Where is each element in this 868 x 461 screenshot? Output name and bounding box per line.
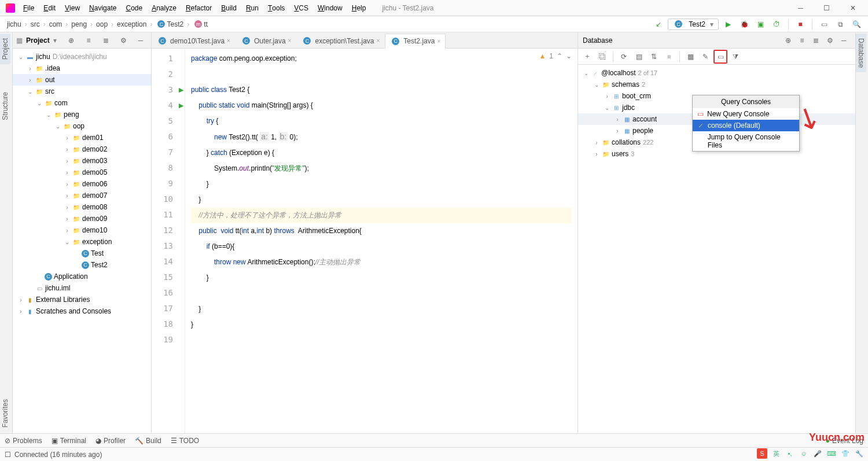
tree-item-src[interactable]: ⌄📁src (13, 86, 151, 97)
right-tab-database[interactable]: Database (856, 34, 866, 72)
tab-close-icon[interactable]: × (288, 38, 292, 44)
menu-code[interactable]: Code (121, 4, 147, 12)
popup-item-console-default-[interactable]: ⟋console (Default) (693, 120, 799, 131)
left-tab-structure[interactable]: Structure (0, 87, 10, 125)
breadcrumb-src[interactable]: src (28, 20, 42, 28)
close-button[interactable]: ✕ (840, 0, 866, 16)
breadcrumb-oop[interactable]: oop (94, 20, 110, 28)
db-collapse-button[interactable]: ≣ (809, 34, 823, 47)
tree-item-demo10[interactable]: ›📁demo10 (13, 224, 151, 236)
breadcrumb-tt[interactable]: mtt (190, 20, 210, 28)
breadcrumb-jichu[interactable]: jichu (5, 20, 24, 28)
tree-item-peng[interactable]: ⌄📁peng (13, 109, 151, 120)
maximize-button[interactable]: ☐ (814, 0, 840, 16)
tree-item-demo07[interactable]: ›📁demo07 (13, 190, 151, 201)
db-item-schemas[interactable]: ⌄📁schemas2 (578, 79, 855, 90)
tree-item-demo08[interactable]: ›📁demo08 (13, 201, 151, 213)
hide-button[interactable]: ─ (134, 34, 148, 47)
db-item-@localhost[interactable]: ⌄⟋@localhost2 of 17 (578, 67, 855, 79)
debug-button[interactable]: 🐞 (737, 17, 751, 31)
profile-button[interactable]: ⏱ (770, 17, 784, 31)
prev-highlight-button[interactable]: ⌃ (557, 52, 562, 60)
tree-item-jichu[interactable]: ⌄▬jichuD:\ideaceshi\jichu (13, 51, 151, 62)
menu-tools[interactable]: Tools (263, 4, 289, 12)
menu-run[interactable]: Run (241, 4, 263, 12)
menu-analyze[interactable]: Analyze (147, 4, 181, 12)
db-settings-button[interactable]: ⚙ (823, 34, 837, 47)
expand-all-button[interactable]: ≡ (82, 34, 95, 47)
menu-view[interactable]: View (60, 4, 84, 12)
run-config-selector[interactable]: C Test2 ▾ (668, 19, 719, 30)
tree-item-.idea[interactable]: ›📁.idea (13, 62, 151, 74)
popup-item-jump-to-query-console-files[interactable]: Jump to Query Console Files (693, 131, 799, 151)
tab-close-icon[interactable]: × (377, 38, 380, 44)
editor[interactable]: 123▶4▶5678910111213141516171819 package … (152, 49, 578, 433)
tab-close-icon[interactable]: × (437, 38, 440, 45)
run-button[interactable]: ▶ (721, 17, 735, 31)
menu-refactor[interactable]: Refactor (181, 4, 216, 12)
project-structure-button[interactable]: ▭ (817, 17, 831, 31)
build-tab[interactable]: 🔨Build (135, 437, 161, 445)
menu-build[interactable]: Build (216, 4, 241, 12)
profiler-tab[interactable]: ◕Profiler (95, 437, 126, 445)
coverage-button[interactable]: ▣ (753, 17, 767, 31)
project-tree[interactable]: ⌄▬jichuD:\ideaceshi\jichu›📁.idea›📁out⌄📁s… (13, 49, 151, 433)
tree-item-demo02[interactable]: ›📁demo02 (13, 143, 151, 155)
next-highlight-button[interactable]: ⌄ (566, 52, 572, 60)
menu-help[interactable]: Help (347, 4, 371, 12)
search-button[interactable]: 🔍 (849, 17, 863, 31)
tree-item-demo09[interactable]: ›📁demo09 (13, 213, 151, 224)
breadcrumb-test2[interactable]: CTest2 (153, 20, 186, 28)
terminal-tab[interactable]: ▣Terminal (52, 437, 86, 445)
tree-item-oop[interactable]: ⌄📁oop (13, 120, 151, 132)
tree-item-com[interactable]: ⌄📁com (13, 97, 151, 109)
tree-item-exception[interactable]: ⌄📁exception (13, 236, 151, 248)
menu-edit[interactable]: Edit (39, 4, 60, 12)
tab-outer-java[interactable]: COuter.java× (236, 33, 297, 48)
db-add-button[interactable]: ＋ (580, 50, 594, 64)
db-refresh-button[interactable]: ⟳ (617, 50, 631, 64)
db-filter-button[interactable]: ⧩ (729, 50, 742, 64)
tab-demo10-test-java[interactable]: Cdemo10\Test.java× (152, 33, 236, 48)
db-rollback-button[interactable]: ■ (662, 50, 676, 64)
db-edit-button[interactable]: ✎ (698, 50, 712, 64)
tree-item-demo06[interactable]: ›📁demo06 (13, 178, 151, 190)
breadcrumb-exception[interactable]: exception (115, 20, 149, 28)
db-expand-button[interactable]: ≡ (795, 34, 809, 47)
tab-test2-java[interactable]: CTest2.java× (385, 34, 446, 49)
left-tab-project[interactable]: Project (0, 34, 10, 64)
tree-item-test2[interactable]: CTest2 (13, 259, 151, 271)
event-log-tab[interactable]: ●Event Log (826, 437, 863, 445)
db-copy-button[interactable]: ⿻ (595, 50, 609, 64)
menu-window[interactable]: Window (313, 4, 347, 12)
settings-button[interactable]: ⚙ (116, 34, 130, 47)
tree-item-external libraries[interactable]: ›▮External Libraries (13, 294, 151, 305)
stop-button[interactable]: ■ (793, 17, 807, 31)
menu-vcs[interactable]: VCS (289, 4, 313, 12)
tree-item-demo05[interactable]: ›📁demo05 (13, 167, 151, 178)
menu-file[interactable]: File (19, 4, 39, 12)
tab-exception-test-java[interactable]: Cexception\Test.java× (296, 33, 385, 48)
tree-item-dem01[interactable]: ›📁dem01 (13, 132, 151, 143)
db-tx-button[interactable]: ⇅ (647, 50, 661, 64)
tree-item-test[interactable]: CTest (13, 248, 151, 259)
left-tab-favorites[interactable]: Favorites (0, 394, 10, 432)
select-opened-file-button[interactable]: ⊕ (64, 34, 78, 47)
tree-item-out[interactable]: ›📁out (13, 74, 151, 86)
db-select-button[interactable]: ⊕ (781, 34, 795, 47)
db-table-button[interactable]: ▦ (683, 50, 697, 64)
collapse-all-button[interactable]: ≣ (99, 34, 113, 47)
code-area[interactable]: package com.peng.oop.exception; public c… (185, 49, 578, 433)
run-gutter-icon[interactable]: ▶ (179, 98, 183, 113)
tree-item-demo03[interactable]: ›📁demo03 (13, 155, 151, 167)
problems-tab[interactable]: ⊘Problems (5, 437, 42, 445)
search-everywhere-button[interactable]: ⧉ (833, 17, 847, 31)
todo-tab[interactable]: ☰TODO (171, 437, 199, 445)
db-stop-button[interactable]: ▤ (632, 50, 646, 64)
popup-item-new-query-console[interactable]: ▭New Query Console (693, 108, 799, 120)
db-console-button[interactable]: ▭ (713, 50, 727, 64)
tree-item-application[interactable]: CApplication (13, 271, 151, 282)
run-gutter-icon[interactable]: ▶ (179, 82, 183, 98)
menu-navigate[interactable]: Navigate (84, 4, 121, 12)
breadcrumb-peng[interactable]: peng (69, 20, 89, 28)
